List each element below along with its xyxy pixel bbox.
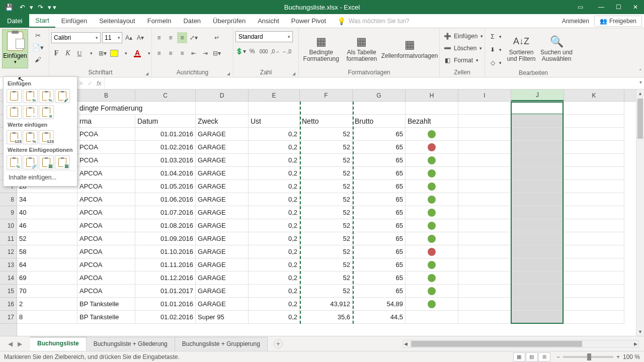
zoom-in-button[interactable]: + [616, 353, 620, 360]
cell[interactable] [406, 102, 458, 115]
tab-file[interactable]: Datei [0, 14, 29, 28]
num-dialog-launcher[interactable]: ◢ [292, 71, 295, 76]
cell[interactable]: 01.09.2016 [135, 232, 196, 245]
format-painter-button[interactable]: 🖌 [29, 53, 46, 65]
cell[interactable]: 65 [353, 245, 406, 258]
cell[interactable]: GARAGE [196, 258, 249, 272]
cell[interactable] [511, 245, 564, 258]
orientation-button[interactable]: ⤢▾ [189, 32, 199, 43]
scroll-down-button[interactable]: ▼ [636, 328, 644, 336]
cell[interactable] [458, 258, 511, 272]
cell[interactable]: 52 [300, 232, 353, 245]
cell[interactable]: Brutto [353, 115, 406, 128]
cell[interactable] [249, 102, 300, 115]
cell[interactable]: 34 [17, 193, 77, 206]
merge-button[interactable]: ⊟▾ [212, 48, 222, 59]
tab-powerpivot[interactable]: Power Pivot [285, 14, 332, 28]
cell[interactable]: 70 [17, 285, 77, 298]
cell[interactable] [353, 102, 406, 115]
cell[interactable] [406, 285, 458, 298]
cell[interactable] [406, 298, 458, 311]
normal-view-button[interactable]: ▦ [513, 352, 525, 361]
row-header[interactable]: 17 [0, 311, 17, 324]
row-header[interactable]: 11 [0, 232, 17, 245]
cell[interactable]: APCOA [77, 232, 135, 245]
cell[interactable] [511, 141, 564, 154]
tab-data[interactable]: Daten [177, 14, 207, 28]
italic-button[interactable]: K [63, 48, 73, 59]
cell[interactable] [406, 141, 458, 154]
cell[interactable]: GARAGE [196, 285, 249, 298]
row-header[interactable]: 13 [0, 258, 17, 272]
cell[interactable] [458, 298, 511, 311]
cell[interactable]: BP Tankstelle [77, 311, 135, 324]
cell[interactable] [564, 298, 624, 311]
col-header-H[interactable]: H [406, 89, 458, 101]
cell[interactable]: 52 [300, 206, 353, 219]
cell[interactable]: APCOA [77, 167, 135, 180]
cell[interactable] [564, 272, 624, 285]
cell[interactable] [406, 245, 458, 258]
cell[interactable]: 65 [353, 128, 406, 141]
qat-customize[interactable]: ▾ [52, 1, 56, 13]
col-header-K[interactable]: K [564, 89, 624, 101]
cell[interactable]: 35,6 [300, 311, 353, 324]
cell[interactable] [406, 258, 458, 272]
page-break-view-button[interactable]: ⊞ [538, 352, 550, 361]
cell[interactable]: 01.10.2016 [135, 245, 196, 258]
borders-button[interactable]: ⊞▾ [98, 48, 108, 59]
autosum-button[interactable]: Σ▾ [487, 31, 502, 43]
qat-undo-icon[interactable]: ↶ [16, 1, 28, 13]
cell[interactable]: APCOA [77, 285, 135, 298]
cell[interactable] [564, 180, 624, 193]
cell[interactable] [406, 272, 458, 285]
increase-font-button[interactable]: A▴ [124, 32, 134, 43]
tab-insert[interactable]: Einfügen [55, 14, 93, 28]
cell[interactable] [406, 193, 458, 206]
cell[interactable] [511, 154, 564, 167]
minimize-button[interactable]: — [593, 0, 610, 14]
cell[interactable]: 01.08.2016 [135, 219, 196, 232]
cell[interactable]: 69 [17, 272, 77, 285]
cell[interactable] [511, 219, 564, 232]
cell[interactable]: 01.03.2016 [135, 154, 196, 167]
cell[interactable]: 01.05.2016 [135, 180, 196, 193]
paste-values-num-option[interactable]: % [23, 130, 38, 144]
cell[interactable]: 0,2 [249, 298, 300, 311]
qat-undo-more[interactable]: ▾ [29, 1, 33, 13]
sheet-nav-prev[interactable]: ◀ [8, 340, 13, 347]
insert-function-button[interactable]: fx [97, 80, 101, 87]
cell[interactable]: 64 [17, 258, 77, 272]
ribbon-options-icon[interactable]: ▭ [572, 0, 589, 14]
cell[interactable]: PCOA [77, 128, 135, 141]
col-header-G[interactable]: G [353, 89, 406, 101]
scroll-left-button[interactable]: ◀ [404, 341, 408, 346]
paste-formulas-option[interactable]: fx [23, 89, 38, 103]
active-cell[interactable] [511, 102, 563, 114]
scroll-up-button[interactable]: ▲ [636, 89, 644, 98]
cell[interactable]: 43,912 [300, 298, 353, 311]
cell[interactable] [511, 258, 564, 272]
paste-all-option[interactable] [7, 89, 22, 103]
cell[interactable]: APCOA [77, 258, 135, 272]
cell[interactable]: 52 [300, 141, 353, 154]
cell[interactable]: 01.04.2016 [135, 167, 196, 180]
cell-styles-button[interactable]: ▦ Zellenformatvorlagen [382, 29, 437, 67]
number-format-combo[interactable]: Standard [235, 31, 293, 42]
signin-link[interactable]: Anmelden [562, 18, 589, 25]
cell[interactable] [458, 285, 511, 298]
cell[interactable]: APCOA [77, 193, 135, 206]
align-middle-button[interactable]: ≡ [166, 32, 176, 43]
cell[interactable] [406, 219, 458, 232]
cell[interactable]: 46 [17, 219, 77, 232]
cell[interactable]: GARAGE [196, 272, 249, 285]
cell[interactable] [564, 245, 624, 258]
cell[interactable] [511, 167, 564, 180]
cell[interactable]: APCOA [77, 180, 135, 193]
cell[interactable]: 0,2 [249, 206, 300, 219]
indent-inc-button[interactable]: ⇥ [200, 48, 210, 59]
cell[interactable] [564, 232, 624, 245]
cell[interactable] [196, 102, 249, 115]
cell[interactable]: 01.02.2016 [135, 311, 196, 324]
cell[interactable]: 65 [353, 232, 406, 245]
